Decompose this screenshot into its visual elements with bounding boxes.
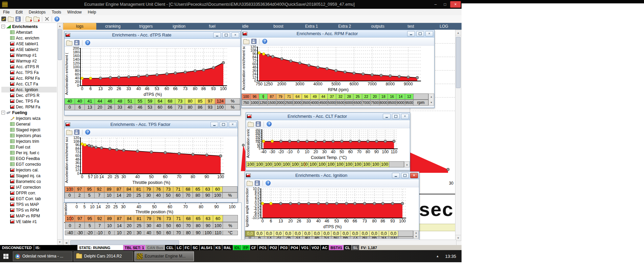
open-folder-icon[interactable] bbox=[66, 41, 72, 46]
tree-item-injectors-wiza[interactable]: Injectors wiza bbox=[1, 115, 57, 121]
window-title-bar[interactable]: Enrichments - Acc. TPS Factor× bbox=[65, 121, 238, 128]
table-scroll-up[interactable]: ▲ bbox=[414, 231, 419, 235]
table-cell[interactable]: 100 bbox=[215, 104, 225, 110]
tree-group-enrichments[interactable]: −Enrichments bbox=[1, 24, 57, 29]
help-icon[interactable]: ? bbox=[54, 17, 59, 22]
table-cell[interactable]: 100 bbox=[273, 161, 282, 167]
table-cell[interactable]: 0,0 bbox=[360, 231, 370, 237]
collapse-icon[interactable]: − bbox=[1, 111, 5, 114]
chart-plot[interactable]: 1201089684726048362412075012502000300040… bbox=[246, 46, 422, 92]
mdi-vertical-scrollbar[interactable] bbox=[455, 35, 461, 236]
table-cell[interactable]: 0,0 bbox=[303, 231, 312, 237]
table-cell[interactable]: 8000 bbox=[379, 100, 388, 106]
table-cell[interactable]: 49 bbox=[311, 93, 319, 100]
window-restore-button[interactable] bbox=[416, 31, 424, 36]
table-cell[interactable]: 64 bbox=[155, 98, 165, 104]
table-cell[interactable]: 71 bbox=[173, 186, 183, 192]
table-cell[interactable]: 73 bbox=[175, 98, 185, 104]
table-cell[interactable]: 80 bbox=[185, 104, 195, 110]
tree-item-staged-inj-ca[interactable]: Staged inj. ca bbox=[1, 173, 57, 179]
table-cell[interactable]: 40 bbox=[303, 237, 312, 239]
table-cell[interactable]: 46 bbox=[105, 98, 115, 104]
table-cell[interactable]: 32 bbox=[336, 93, 345, 100]
table-cell[interactable]: 100 bbox=[353, 161, 362, 167]
table-cell[interactable]: 68 bbox=[183, 186, 193, 192]
tree-item-warmup-2[interactable]: Warmup #2 bbox=[1, 58, 57, 64]
tree-item-ase-table-1[interactable]: ASE table#1 bbox=[1, 41, 57, 47]
table-cell[interactable]: 86 bbox=[370, 237, 379, 239]
sidebar-scrollbar[interactable] bbox=[57, 28, 63, 241]
table-cell[interactable]: 0,0 bbox=[331, 231, 341, 237]
app-title-bar[interactable]: Ecumaster Engine Management Unit Client … bbox=[0, 0, 462, 9]
tree-item-dec-tps-fa[interactable]: Dec. TPS Fa bbox=[1, 98, 57, 104]
tools-icon[interactable] bbox=[45, 17, 49, 21]
tree-item-tps-vs-rpm[interactable]: TPS vs RPM bbox=[1, 207, 57, 213]
tree-item-acc-clt-fa[interactable]: Acc. CLT Fa bbox=[1, 81, 57, 87]
help-icon[interactable]: ? bbox=[266, 181, 271, 186]
table-cell[interactable]: 30 bbox=[144, 192, 154, 198]
tab-idle[interactable]: idle bbox=[229, 23, 262, 30]
table-cell[interactable]: 16 bbox=[388, 93, 396, 100]
table-cell[interactable]: 100 bbox=[327, 161, 336, 167]
app-close-button[interactable]: × bbox=[450, 1, 461, 8]
menu-item-window[interactable]: Window bbox=[64, 9, 85, 15]
window-title-bar[interactable]: Enrichments - Acc. Ignition× bbox=[245, 172, 419, 179]
tab-boost[interactable]: boost bbox=[262, 23, 295, 30]
table-scrollbar[interactable]: ▲ bbox=[404, 161, 410, 167]
save-icon[interactable] bbox=[251, 39, 256, 44]
sidebar-scroll-thumb[interactable] bbox=[58, 29, 62, 60]
export-folder-icon[interactable] bbox=[33, 17, 40, 22]
table-scroll-down[interactable]: ▼ bbox=[429, 100, 434, 105]
table-scroll-down[interactable]: ▼ bbox=[414, 235, 419, 238]
table-cell[interactable]: 3000 bbox=[293, 100, 302, 106]
window-close-button[interactable]: × bbox=[425, 31, 433, 36]
app-maximize-button[interactable]: □ bbox=[441, 1, 449, 7]
table-cell[interactable]: 100 bbox=[371, 161, 380, 167]
table-cell[interactable]: 100 bbox=[318, 161, 327, 167]
table-cell[interactable]: 7 bbox=[95, 192, 104, 198]
table-cell[interactable]: 41 bbox=[85, 98, 95, 104]
table-cell[interactable]: 124 bbox=[215, 98, 225, 104]
chart-plot[interactable]: 1201089684726048362412005710142025304050… bbox=[69, 136, 225, 185]
table-cell[interactable]: 53 bbox=[145, 104, 155, 110]
mdi-vscroll-thumb[interactable] bbox=[456, 37, 461, 88]
table-cell[interactable]: 73 bbox=[350, 237, 360, 239]
table-cell[interactable]: 9500 bbox=[405, 100, 414, 106]
tree-item-ego-feedba[interactable]: EGO Feedba bbox=[1, 156, 57, 161]
table-cell[interactable]: 22 bbox=[362, 93, 371, 100]
help-icon[interactable]: ? bbox=[85, 40, 90, 45]
help-icon[interactable]: ? bbox=[262, 39, 267, 44]
table-scrollbar[interactable]: ▲▼ bbox=[428, 93, 434, 106]
table-cell[interactable]: 87 bbox=[268, 93, 276, 100]
table-cell[interactable]: 8500 bbox=[388, 100, 396, 106]
table-cell[interactable]: 81 bbox=[134, 186, 144, 192]
window-close-button[interactable]: × bbox=[401, 114, 409, 119]
window-restore-button[interactable] bbox=[220, 122, 227, 127]
tree-item-acc-tps-fa[interactable]: Acc. TPS Fa bbox=[1, 70, 57, 75]
table-cell[interactable]: 40 bbox=[154, 192, 164, 198]
tab-log[interactable]: LOG bbox=[427, 23, 461, 30]
table-cell[interactable]: 93 bbox=[205, 104, 216, 110]
table-cell[interactable]: 93 bbox=[379, 237, 389, 239]
tree-item-ase-table-2[interactable]: ASE table#2 bbox=[1, 47, 57, 52]
window-restore-button[interactable] bbox=[222, 32, 230, 38]
table-cell[interactable]: 3500 bbox=[302, 100, 311, 106]
table-cell[interactable]: 53 bbox=[322, 237, 331, 239]
table-cell[interactable]: 100 bbox=[380, 161, 389, 167]
window-minimize-button[interactable] bbox=[213, 32, 221, 38]
table-cell[interactable]: 20 bbox=[371, 93, 379, 100]
table-cell[interactable]: 79 bbox=[276, 93, 285, 100]
open-folder-icon[interactable] bbox=[243, 40, 249, 44]
tab-ignition[interactable]: ignition bbox=[163, 23, 196, 30]
table-cell[interactable]: 26 bbox=[105, 104, 115, 110]
table-cell[interactable]: 100 bbox=[336, 161, 344, 167]
tab-fuel[interactable]: fuel bbox=[196, 23, 229, 30]
table-cell[interactable]: 2 bbox=[75, 192, 84, 198]
table-cell[interactable]: 97 bbox=[75, 186, 84, 192]
table-cell[interactable]: 60 bbox=[173, 192, 183, 198]
table-cell[interactable]: 73 bbox=[175, 104, 185, 110]
window-title-bar[interactable]: Enrichments - Acc. RPM Factor× bbox=[242, 30, 434, 37]
table-cell[interactable]: 89 bbox=[104, 186, 114, 192]
help-icon[interactable]: ? bbox=[85, 130, 90, 135]
table-cell[interactable]: 66 bbox=[341, 237, 350, 239]
